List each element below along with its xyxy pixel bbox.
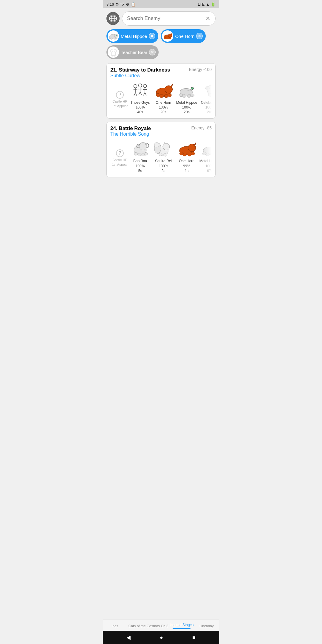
svg-point-39 — [160, 95, 163, 98]
one-horn-sprite-21 — [153, 82, 174, 100]
metal-hippoe-hp-24: 100% — [205, 164, 212, 168]
svg-line-30 — [140, 92, 142, 95]
baa-baa-hp: 100% — [136, 164, 145, 168]
castle-help-icon-24[interactable]: ? — [116, 149, 124, 157]
castle-text-21: Castle HP1st Appear — [112, 99, 128, 109]
chip-label-metal-hippoe: Metal Hippoe — [121, 34, 147, 39]
enemy-row-24: ? Castle HP1st Appear — [110, 140, 212, 174]
stage-title-21: 21. Stairway to Darkness — [110, 67, 170, 73]
those-guys-time: 40s — [137, 110, 143, 114]
svg-point-62 — [137, 153, 141, 156]
enemy-celeboodle-21: Celeboodle 100% 20s — [199, 82, 212, 114]
celeboodle-name-21: Celeboodle — [201, 100, 212, 105]
svg-line-29 — [139, 92, 140, 95]
svg-point-41 — [168, 93, 171, 97]
one-horn-time-21: 20s — [160, 110, 166, 114]
baa-baa-name: Baa Baa — [133, 159, 147, 163]
metal-hippoe-name-21: Metal Hippoe — [176, 100, 197, 105]
castle-info-24: ? Castle HP1st Appear — [110, 140, 129, 167]
chip-one-horn: One Horn ✕ — [161, 29, 206, 43]
metal-hippoe-sprite-21 — [177, 82, 197, 100]
stage-card-24: 24. Battle Royale The Horrible Song Ener… — [106, 122, 216, 177]
chip-teacher-bear: Teacher Bear ✕ — [106, 45, 159, 59]
svg-line-25 — [135, 93, 137, 96]
one-horn-name-21: One Horn — [156, 100, 171, 105]
chip-icon-metal-hippoe — [108, 30, 119, 42]
metal-hippoe-sprite-24 — [200, 140, 212, 158]
celeboodle-sprite-21 — [200, 82, 212, 100]
svg-line-34 — [143, 92, 145, 95]
battery-icon: 🔋 — [211, 2, 216, 7]
svg-rect-20 — [114, 56, 115, 57]
energy-label-21: Energy -100 — [189, 67, 212, 72]
metal-hippoe-name-24: Metal Hippoe — [199, 159, 212, 163]
one-horn-sprite-24 — [177, 140, 197, 158]
squire-rel-sprite — [153, 140, 174, 158]
enemy-baa-baa: Baa Baa 100% 5s — [129, 140, 151, 173]
chip-remove-metal-hippoe[interactable]: ✕ — [149, 33, 155, 39]
svg-point-81 — [206, 153, 210, 156]
lte-icon: LTE — [198, 2, 205, 7]
metal-hippoe-time-24: 67s — [207, 169, 212, 173]
svg-rect-19 — [112, 56, 113, 57]
main-content: ✕ Metal Hippoe ✕ — [103, 8, 219, 222]
status-right: LTE ▲ 🔋 — [198, 2, 216, 7]
enemy-metal-hippoe-21: Metal Hippoe 100% 20s — [176, 82, 197, 114]
svg-point-70 — [164, 154, 167, 157]
svg-point-21 — [134, 84, 137, 88]
search-input-wrap[interactable]: ✕ — [122, 11, 216, 26]
enemy-one-horn-21: One Horn 100% 20s — [153, 82, 174, 114]
chip-remove-one-horn[interactable]: ✕ — [196, 33, 203, 39]
one-horn-hp-24: 99% — [183, 164, 190, 168]
squire-rel-hp: 100% — [159, 164, 168, 168]
castle-info-21: ? Castle HP1st Appear — [110, 82, 129, 109]
enemies-scroll-24[interactable]: Baa Baa 100% 5s — [129, 140, 212, 174]
clipboard-icon: 📋 — [131, 2, 136, 7]
empty-space — [106, 180, 216, 222]
svg-point-11 — [115, 37, 117, 39]
svg-point-17 — [110, 49, 113, 52]
chip-icon-teacher-bear — [108, 47, 119, 58]
baa-baa-sprite — [130, 140, 150, 158]
celeboodle-hp-21: 100% — [205, 105, 212, 109]
search-input[interactable] — [127, 16, 205, 21]
chip-metal-hippoe: Metal Hippoe ✕ — [106, 29, 158, 43]
card-header-24: 24. Battle Royale The Horrible Song Ener… — [110, 126, 212, 140]
svg-point-7 — [116, 35, 117, 35]
enemies-scroll-21[interactable]: Those Guys 100% 40s — [129, 82, 212, 115]
svg-point-53 — [206, 86, 210, 90]
chip-remove-teacher-bear[interactable]: ✕ — [149, 49, 156, 55]
svg-point-44 — [191, 87, 193, 90]
svg-line-35 — [145, 92, 146, 95]
svg-point-74 — [183, 153, 187, 156]
svg-point-61 — [134, 153, 137, 156]
enemy-row-21: ? Castle HP1st Appear — [110, 82, 212, 115]
one-horn-hp-21: 100% — [159, 105, 168, 109]
metal-hippoe-hp-21: 100% — [182, 105, 191, 109]
filter-chips: Metal Hippoe ✕ One Horn ✕ — [106, 29, 216, 59]
stage-title-24: 24. Battle Royale — [110, 126, 151, 131]
enemy-one-horn-24: One Horn 99% 1s — [176, 140, 197, 173]
gear-icon: ⚙ — [115, 2, 119, 7]
svg-line-24 — [134, 93, 135, 96]
stage-card-21: 21. Stairway to Darkness Subtle Curfew E… — [106, 63, 216, 119]
search-clear-icon[interactable]: ✕ — [205, 15, 210, 22]
those-guys-hp: 100% — [136, 105, 145, 109]
castle-help-icon-21[interactable]: ? — [116, 91, 124, 99]
chip-label-one-horn: One Horn — [175, 34, 194, 39]
svg-point-18 — [114, 49, 117, 52]
svg-point-69 — [159, 153, 162, 156]
svg-point-31 — [143, 84, 146, 88]
globe-icon[interactable] — [106, 12, 120, 25]
enemy-metal-hippoe-24: Metal Hippoe 100% 67s — [199, 140, 212, 173]
enemy-those-guys: Those Guys 100% 40s — [129, 82, 151, 114]
metal-hippoe-time-21: 20s — [184, 110, 189, 114]
svg-point-14 — [164, 38, 166, 39]
svg-point-54 — [208, 94, 212, 97]
signal-icon: ▲ — [206, 2, 210, 7]
svg-point-66 — [163, 143, 169, 150]
svg-point-26 — [138, 84, 142, 87]
stage-subtitle-21: Subtle Curfew — [110, 73, 170, 78]
chip-label-teacher-bear: Teacher Bear — [121, 50, 147, 55]
castle-text-24: Castle HP1st Appear — [112, 158, 128, 167]
